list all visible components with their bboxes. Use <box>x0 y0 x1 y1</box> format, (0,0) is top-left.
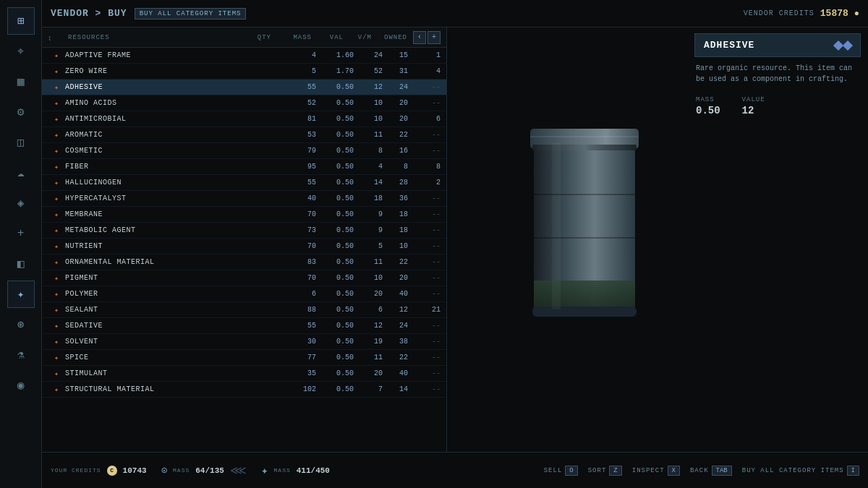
table-row[interactable]: ✦ ZERO WIRE 5 1.70 52 31 4 <box>42 64 446 80</box>
row-val: 7 <box>354 385 383 393</box>
table-row[interactable]: ✦ SEDATIVE 55 0.50 12 24 -- <box>42 318 446 334</box>
row-icon: ✦ <box>48 242 65 251</box>
keybind-buy-all-category-items: BUY ALL CATEGORY ITEMS I <box>742 466 859 476</box>
gun-icon[interactable]: ⌖ <box>7 38 35 65</box>
keybind-key[interactable]: X <box>668 466 680 476</box>
table-row[interactable]: ✦ METABOLIC AGENT 73 0.50 9 18 -- <box>42 223 446 239</box>
mass-section: ⊙ MASS 64/135 ⋘ <box>161 463 247 478</box>
row-owned: -- <box>408 385 441 393</box>
keybind-key[interactable]: TAB <box>712 466 732 476</box>
row-val: 10 <box>354 274 383 282</box>
row-owned: -- <box>408 274 441 282</box>
resource-icon: ✦ <box>54 210 59 219</box>
table-row[interactable]: ✦ ANTIMICROBIAL 81 0.50 10 20 6 <box>42 111 446 127</box>
row-name: SPICE <box>65 354 287 361</box>
keybind-sell: SELL O <box>544 466 578 476</box>
row-icon: ✦ <box>48 163 65 171</box>
table-row[interactable]: ✦ AMINO ACIDS 52 0.50 10 20 -- <box>42 95 446 111</box>
row-vm: 31 <box>383 67 408 75</box>
resource-icon: ✦ <box>54 115 59 124</box>
buy-all-button[interactable]: BUY ALL CATEGORY ITEMS <box>135 8 247 20</box>
row-mass: 0.50 <box>316 354 354 361</box>
gift-icon[interactable]: ◉ <box>7 372 35 399</box>
grid-icon[interactable]: ⊞ <box>7 7 35 35</box>
table-row[interactable]: ✦ FIBER 95 0.50 4 8 8 <box>42 159 446 175</box>
nav-prev-button[interactable]: ‹ <box>413 31 426 44</box>
item-value-label: VALUE <box>742 96 765 103</box>
row-val: 18 <box>354 194 383 202</box>
row-owned: -- <box>408 210 441 218</box>
table-row[interactable]: ✦ SEALANT 88 0.50 6 12 21 <box>42 302 446 318</box>
row-vm: 14 <box>383 385 408 393</box>
row-qty: 73 <box>287 226 316 234</box>
row-val: 10 <box>354 115 383 123</box>
row-icon: ✦ <box>48 67 65 76</box>
table-row[interactable]: ✦ ADHESIVE 55 0.50 12 24 -- <box>42 80 446 95</box>
bottom-bar: YOUR CREDITS C 10743 ⊙ MASS 64/135 ⋘ ✦ M… <box>42 452 868 488</box>
resource-icon: ✦ <box>54 369 59 378</box>
row-val: 20 <box>354 290 383 298</box>
keybind-key[interactable]: O <box>565 466 577 476</box>
table-row[interactable]: ✦ COSMETIC 79 0.50 8 16 -- <box>42 143 446 159</box>
suit-icon[interactable]: ◫ <box>7 129 35 156</box>
sort-icon-header[interactable]: ↕ <box>48 31 65 44</box>
row-owned: -- <box>408 131 441 139</box>
table-row[interactable]: ✦ PIGMENT 70 0.50 10 20 -- <box>42 270 446 286</box>
flask-icon[interactable]: ⚗ <box>7 341 35 369</box>
row-owned: -- <box>408 226 441 234</box>
row-icon: ✦ <box>48 115 65 124</box>
settings-icon[interactable]: ⊛ <box>7 311 35 338</box>
table-row[interactable]: ✦ ORNAMENTAL MATERIAL 83 0.50 11 22 -- <box>42 254 446 270</box>
mass-icon: ⊙ <box>161 464 167 476</box>
col-val-header: VAL <box>315 34 344 41</box>
table-row[interactable]: ✦ HYPERCATALYST 40 0.50 18 36 -- <box>42 191 446 207</box>
table-row[interactable]: ✦ STIMULANT 35 0.50 20 40 -- <box>42 366 446 382</box>
plus-icon[interactable]: + <box>7 220 35 247</box>
row-owned: 4 <box>408 67 441 75</box>
row-owned: -- <box>408 83 441 91</box>
resource-icon: ✦ <box>54 258 59 267</box>
gear-icon[interactable]: ⚙ <box>7 98 35 126</box>
row-icon: ✦ <box>48 210 65 219</box>
row-val: 19 <box>354 338 383 346</box>
resource-icon: ✦ <box>54 385 59 394</box>
row-name: SEALANT <box>65 306 287 314</box>
keybind-key[interactable]: Z <box>609 466 621 476</box>
ship-mass-section: ✦ MASS 411/450 <box>261 463 330 478</box>
table-row[interactable]: ✦ POLYMER 6 0.50 20 40 -- <box>42 286 446 302</box>
svg-rect-4 <box>532 307 637 317</box>
content-area: ↕ RESOURCES QTY MASS VAL V/M OWNED ‹ + ✦… <box>42 27 868 452</box>
vendor-credits-label: VENDOR CREDITS <box>744 9 814 17</box>
table-row[interactable]: ✦ AROMATIC 53 0.50 11 22 -- <box>42 127 446 143</box>
nav-next-button[interactable]: + <box>427 31 441 44</box>
row-icon: ✦ <box>48 179 65 187</box>
row-qty: 88 <box>287 306 316 314</box>
table-row[interactable]: ✦ STRUCTURAL MATERIAL 102 0.50 7 14 -- <box>42 382 446 398</box>
resources-icon[interactable]: ✦ <box>7 281 35 308</box>
table-row[interactable]: ✦ NUTRIENT 70 0.50 5 10 -- <box>42 239 446 254</box>
table-row[interactable]: ✦ ADAPTIVE FRAME 4 1.60 24 15 1 <box>42 48 446 64</box>
row-vm: 24 <box>383 83 408 91</box>
row-qty: 70 <box>287 274 316 282</box>
table-row[interactable]: ✦ SOLVENT 30 0.50 19 38 -- <box>42 334 446 350</box>
table-row[interactable]: ✦ SPICE 77 0.50 11 22 -- <box>42 350 446 366</box>
item-stats: MASS 0.50 VALUE 12 <box>694 96 861 116</box>
row-name: ADHESIVE <box>65 83 287 91</box>
ammo-icon[interactable]: ▦ <box>7 68 35 95</box>
row-qty: 5 <box>287 67 316 75</box>
row-owned: -- <box>408 322 441 330</box>
row-qty: 35 <box>287 369 316 377</box>
svg-rect-7 <box>534 237 635 239</box>
col-resources-header: RESOURCES <box>68 34 239 41</box>
document-icon[interactable]: ◧ <box>7 250 35 278</box>
keybind-key[interactable]: I <box>847 466 859 476</box>
shirt-icon[interactable]: ◈ <box>7 189 35 217</box>
svg-rect-6 <box>534 194 635 195</box>
table-row[interactable]: ✦ MEMBRANE 70 0.50 9 18 -- <box>42 207 446 223</box>
row-mass: 0.50 <box>316 194 354 202</box>
table-row[interactable]: ✦ HALLUCINOGEN 55 0.50 14 28 2 <box>42 175 446 191</box>
row-qty: 55 <box>287 83 316 91</box>
row-name: HYPERCATALYST <box>65 194 287 202</box>
table-body: ✦ ADAPTIVE FRAME 4 1.60 24 15 1 ✦ ZERO W… <box>42 48 446 452</box>
cloud-icon[interactable]: ☁ <box>7 159 35 187</box>
